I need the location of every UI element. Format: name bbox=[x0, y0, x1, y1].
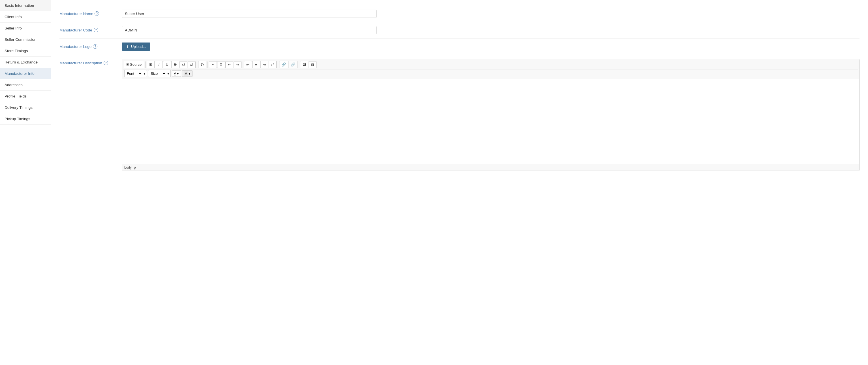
font-dropdown-icon: ▾ bbox=[144, 72, 146, 76]
bg-color-label: A bbox=[184, 72, 188, 76]
strikethrough-button[interactable]: S bbox=[171, 61, 179, 68]
indent-button[interactable]: ⇥ bbox=[234, 61, 242, 68]
manufacturer-name-help-icon[interactable]: ? bbox=[95, 11, 99, 16]
italic-button[interactable]: I bbox=[155, 61, 163, 68]
remove-format-button[interactable]: Tx bbox=[198, 61, 206, 68]
toolbar-sep-6 bbox=[299, 61, 299, 68]
manufacturer-description-control: ⊞ Source B I U S x2 x2 Tx ≡ bbox=[122, 59, 860, 171]
sidebar-item-addresses[interactable]: Addresses bbox=[0, 79, 51, 91]
manufacturer-name-row: Manufacturer Name ? bbox=[59, 6, 860, 22]
editor-footer: body p bbox=[122, 164, 859, 171]
sidebar-item-profile-fields[interactable]: Profile Fields bbox=[0, 91, 51, 102]
sidebar-item-return-exchange[interactable]: Return & Exchange bbox=[0, 57, 51, 68]
ordered-list-button[interactable]: ≡ bbox=[209, 61, 217, 68]
manufacturer-logo-row: Manufacturer Logo ? ⬆ Upload... bbox=[59, 38, 860, 55]
upload-icon: ⬆ bbox=[126, 45, 129, 49]
sidebar-item-seller-commission[interactable]: Seller Commission bbox=[0, 34, 51, 45]
font-select-wrapper[interactable]: Font ▾ bbox=[124, 70, 147, 77]
source-button[interactable]: ⊞ Source bbox=[124, 61, 144, 68]
size-select-wrapper[interactable]: Size ▾ bbox=[148, 70, 171, 77]
sidebar-item-client-info[interactable]: Client Info bbox=[0, 11, 51, 23]
table-button[interactable]: ⊟ bbox=[309, 61, 316, 68]
size-select[interactable]: Size bbox=[150, 71, 166, 76]
toolbar-sep-1 bbox=[145, 61, 146, 68]
manufacturer-code-input[interactable] bbox=[122, 26, 376, 34]
size-dropdown-icon: ▾ bbox=[167, 72, 169, 76]
manufacturer-description-help-icon[interactable]: ? bbox=[104, 61, 108, 65]
manufacturer-code-control bbox=[122, 26, 860, 34]
sidebar: Basic InformationClient InfoSeller InfoS… bbox=[0, 0, 51, 365]
manufacturer-description-label: Manufacturer Description ? bbox=[59, 59, 122, 65]
toolbar-row2: Font ▾ Size ▾ A bbox=[123, 69, 858, 78]
toolbar-row1: ⊞ Source B I U S x2 x2 Tx ≡ bbox=[123, 60, 858, 69]
align-left-button[interactable]: ⇤ bbox=[244, 61, 252, 68]
bold-button[interactable]: B bbox=[147, 61, 155, 68]
unordered-list-button[interactable]: ≣ bbox=[217, 61, 225, 68]
font-color-label: A bbox=[174, 72, 176, 76]
align-justify-button[interactable]: ⇄ bbox=[269, 61, 277, 68]
editor-toolbar: ⊞ Source B I U S x2 x2 Tx ≡ bbox=[122, 59, 859, 79]
underline-button[interactable]: U bbox=[163, 61, 171, 68]
toolbar-sep-2 bbox=[197, 61, 197, 68]
sidebar-item-basic-information[interactable]: Basic Information bbox=[0, 0, 51, 11]
toolbar-sep-3 bbox=[208, 61, 208, 68]
sidebar-item-store-timings[interactable]: Store Timings bbox=[0, 45, 51, 57]
font-color-button[interactable]: A ▾ bbox=[172, 70, 181, 77]
editor-body-tag: body bbox=[124, 166, 132, 169]
manufacturer-name-input[interactable] bbox=[122, 10, 376, 18]
upload-button[interactable]: ⬆ Upload... bbox=[122, 43, 150, 51]
sidebar-item-seller-info[interactable]: Seller Info bbox=[0, 23, 51, 34]
sidebar-item-delivery-timings[interactable]: Delivery Timings bbox=[0, 102, 51, 113]
bg-color-dropdown-icon: ▾ bbox=[189, 72, 190, 76]
link-button[interactable]: 🔗 bbox=[279, 61, 288, 68]
image-button[interactable]: 🖼 bbox=[300, 61, 308, 68]
manufacturer-name-control bbox=[122, 10, 860, 18]
editor-p-tag: p bbox=[134, 166, 136, 169]
font-color-dropdown-icon: ▾ bbox=[177, 72, 179, 76]
sidebar-item-manufacturer-info[interactable]: Manufacturer Info bbox=[0, 68, 51, 79]
editor-body[interactable] bbox=[122, 79, 859, 164]
unlink-button[interactable]: 🔗 bbox=[288, 61, 298, 68]
source-icon: ⊞ bbox=[126, 62, 129, 66]
toolbar-sep-5 bbox=[278, 61, 278, 68]
manufacturer-logo-control: ⬆ Upload... bbox=[122, 43, 860, 51]
superscript-button[interactable]: x2 bbox=[188, 61, 196, 68]
manufacturer-description-row: Manufacturer Description ? ⊞ Source B I … bbox=[59, 55, 860, 175]
main-content: Manufacturer Name ? Manufacturer Code ? … bbox=[51, 0, 868, 365]
manufacturer-logo-label: Manufacturer Logo ? bbox=[59, 43, 122, 49]
rich-text-editor: ⊞ Source B I U S x2 x2 Tx ≡ bbox=[122, 59, 860, 171]
background-color-button[interactable]: A ▾ bbox=[182, 70, 193, 77]
manufacturer-code-row: Manufacturer Code ? bbox=[59, 22, 860, 38]
manufacturer-name-label: Manufacturer Name ? bbox=[59, 10, 122, 16]
subscript-button[interactable]: x2 bbox=[180, 61, 187, 68]
manufacturer-code-label: Manufacturer Code ? bbox=[59, 26, 122, 32]
align-center-button[interactable]: ≡ bbox=[252, 61, 260, 68]
align-right-button[interactable]: ⇥ bbox=[260, 61, 268, 68]
sidebar-item-pickup-timings[interactable]: Pickup Timings bbox=[0, 113, 51, 125]
font-select[interactable]: Font bbox=[126, 71, 143, 76]
manufacturer-code-help-icon[interactable]: ? bbox=[94, 28, 98, 32]
manufacturer-logo-help-icon[interactable]: ? bbox=[93, 44, 97, 49]
outdent-button[interactable]: ⇤ bbox=[225, 61, 233, 68]
toolbar-sep-4 bbox=[243, 61, 243, 68]
